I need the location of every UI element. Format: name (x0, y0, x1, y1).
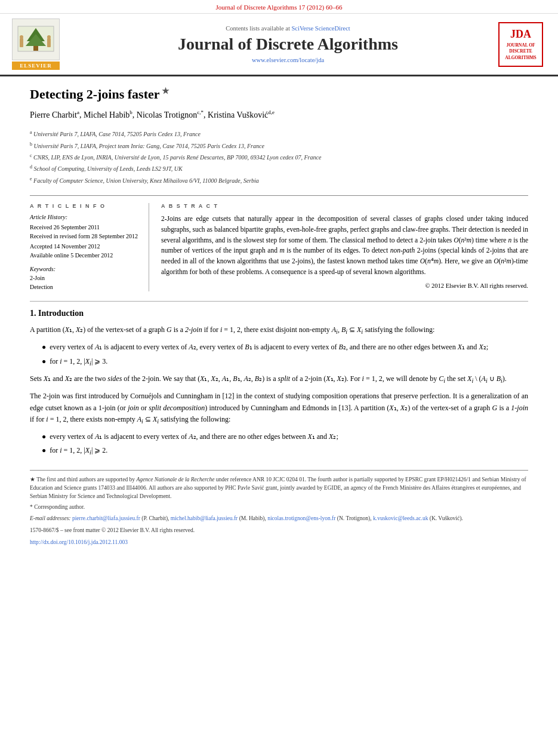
svg-point-7 (47, 35, 51, 39)
footnotes-area: ★ The first and third authors are suppor… (30, 470, 528, 547)
intro-heading: 1. Introduction (30, 309, 528, 318)
top-journal-citation: Journal of Discrete Algorithms 17 (2012)… (215, 4, 342, 11)
journal-title: Journal of Discrete Algorithms (90, 34, 486, 54)
affiliations: a Université Paris 7, LIAFA, Case 7014, … (30, 129, 528, 186)
intro-bullets-1: ● every vertex of A₁ is adjacent to ever… (42, 342, 528, 368)
bullet-item-3: ● every vertex of A₁ is adjacent to ever… (42, 431, 528, 442)
svg-point-5 (20, 35, 23, 39)
footnote-star: ★ The first and third authors are suppor… (30, 475, 528, 501)
jda-logo-box: JDA JOURNAL OF DISCRETE ALGORITHMS (498, 22, 543, 67)
svg-rect-6 (47, 38, 51, 47)
top-journal-bar: Journal of Discrete Algorithms 17 (2012)… (0, 0, 558, 14)
svg-rect-4 (20, 38, 23, 47)
footnote-emails: E-mail addresses: pierre.charbit@liafa.j… (30, 514, 528, 523)
journal-title-area: Contents lists available at SciVerse Sci… (90, 25, 486, 64)
jda-label-line3: ALGORITHMS (505, 55, 537, 62)
abstract-body: 2-Joins are edge cutsets that naturally … (161, 214, 528, 278)
journal-header: ELSEVIER Contents lists available at Sci… (0, 14, 558, 76)
elsevier-tree-image (12, 19, 60, 60)
affil-a: a Université Paris 7, LIAFA, Case 7014, … (30, 129, 528, 139)
bullet-item-2: ● for i = 1, 2, |Xi| ⩾ 3. (42, 356, 528, 368)
keyword-2join: 2-Join Detection (30, 273, 139, 291)
abstract-column: A B S T R A C T 2-Joins are edge cutsets… (161, 203, 528, 291)
intro-bullets-2: ● every vertex of A₁ is adjacent to ever… (42, 431, 528, 458)
svg-rect-3 (33, 46, 38, 51)
copyright-notice: © 2012 Elsevier B.V. All rights reserved… (161, 282, 528, 289)
journal-url[interactable]: www.elsevier.com/locate/jda (90, 57, 486, 63)
intro-para2: Sets X₁ and X₂ are the two sides of the … (30, 373, 528, 386)
paper-title: Detecting 2-joins faster ★ (30, 86, 528, 102)
bullet-item-1: ● every vertex of A₁ is adjacent to ever… (42, 342, 528, 353)
bullet-item-4: ● for i = 1, 2, |Xi| ⩾ 2. (42, 445, 528, 457)
article-info-abstract-section: A R T I C L E I N F O Article History: R… (30, 195, 528, 291)
main-content: Detecting 2-joins faster ★ Pierre Charbi… (0, 76, 558, 561)
footnote-doi: http://dx.doi.org/10.1016/j.jda.2012.11.… (30, 538, 528, 546)
article-info-header: A R T I C L E I N F O (30, 203, 139, 209)
affil-e: e Faculty of Computer Science, Union Uni… (30, 176, 528, 186)
intro-para1: A partition (X₁, X₂) of the vertex-set o… (30, 324, 528, 337)
footnote-issn: 1570-8667/$ – see front matter © 2012 El… (30, 526, 528, 534)
article-history-label: Article History: (30, 214, 139, 220)
contents-available-text: Contents lists available at SciVerse Sci… (90, 25, 486, 32)
abstract-header: A B S T R A C T (161, 203, 528, 209)
jda-label-line1: JOURNAL OF (506, 42, 535, 49)
affil-d: d School of Computing, University of Lee… (30, 164, 528, 174)
intro-para3: The 2-join was first introduced by Cornu… (30, 391, 528, 426)
affil-c: c CNRS, LIP, ENS de Lyon, INRIA, Univers… (30, 152, 528, 162)
elsevier-logo-area: ELSEVIER (12, 19, 78, 70)
jda-label-line2: DISCRETE (509, 48, 532, 55)
authors-line: Pierre Charbita, Michel Habibb, Nicolas … (30, 108, 528, 122)
elsevier-label: ELSEVIER (12, 62, 60, 70)
affil-b: b Université Paris 7, LIAFA, Project tea… (30, 141, 528, 151)
jda-logo-area: JDA JOURNAL OF DISCRETE ALGORITHMS (498, 22, 546, 67)
section-divider (30, 301, 528, 302)
article-info-column: A R T I C L E I N F O Article History: R… (30, 203, 149, 291)
keywords-label: Keywords: (30, 266, 139, 272)
sciverse-link[interactable]: SciVerse ScienceDirect (291, 25, 350, 32)
footnote-corresponding: * Corresponding author. (30, 503, 528, 511)
article-history-received: Received 26 September 2011 Received in r… (30, 223, 139, 260)
